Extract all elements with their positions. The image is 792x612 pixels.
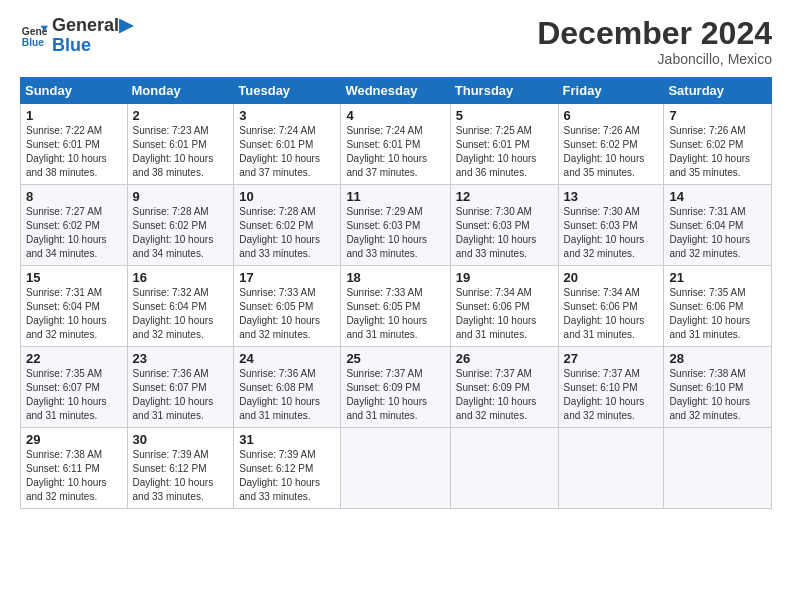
page-header: General Blue General▶ Blue December 2024…	[20, 16, 772, 67]
day-info: Sunrise: 7:22 AM Sunset: 6:01 PM Dayligh…	[26, 124, 122, 180]
sunrise-label: Sunrise: 7:31 AM	[26, 287, 102, 298]
daylight-label: Daylight: 10 hours and 32 minutes.	[564, 234, 645, 259]
sunrise-label: Sunrise: 7:33 AM	[239, 287, 315, 298]
sunset-label: Sunset: 6:01 PM	[239, 139, 313, 150]
sunset-label: Sunset: 6:06 PM	[564, 301, 638, 312]
logo-icon: General Blue	[20, 22, 48, 50]
daylight-label: Daylight: 10 hours and 38 minutes.	[26, 153, 107, 178]
day-info: Sunrise: 7:30 AM Sunset: 6:03 PM Dayligh…	[456, 205, 553, 261]
sunset-label: Sunset: 6:06 PM	[669, 301, 743, 312]
day-number: 1	[26, 108, 122, 123]
sunrise-label: Sunrise: 7:28 AM	[239, 206, 315, 217]
daylight-label: Daylight: 10 hours and 32 minutes.	[669, 396, 750, 421]
day-number: 27	[564, 351, 659, 366]
sunset-label: Sunset: 6:09 PM	[456, 382, 530, 393]
daylight-label: Daylight: 10 hours and 31 minutes.	[456, 315, 537, 340]
sunset-label: Sunset: 6:02 PM	[669, 139, 743, 150]
calendar-cell: 20 Sunrise: 7:34 AM Sunset: 6:06 PM Dayl…	[558, 266, 664, 347]
sunset-label: Sunset: 6:12 PM	[239, 463, 313, 474]
calendar-week-row: 15 Sunrise: 7:31 AM Sunset: 6:04 PM Dayl…	[21, 266, 772, 347]
daylight-label: Daylight: 10 hours and 37 minutes.	[346, 153, 427, 178]
calendar-week-row: 29 Sunrise: 7:38 AM Sunset: 6:11 PM Dayl…	[21, 428, 772, 509]
calendar-cell: 23 Sunrise: 7:36 AM Sunset: 6:07 PM Dayl…	[127, 347, 234, 428]
day-number: 23	[133, 351, 229, 366]
day-number: 31	[239, 432, 335, 447]
daylight-label: Daylight: 10 hours and 31 minutes.	[346, 315, 427, 340]
daylight-label: Daylight: 10 hours and 31 minutes.	[133, 396, 214, 421]
calendar-cell: 7 Sunrise: 7:26 AM Sunset: 6:02 PM Dayli…	[664, 104, 772, 185]
calendar-cell: 18 Sunrise: 7:33 AM Sunset: 6:05 PM Dayl…	[341, 266, 450, 347]
col-header-tuesday: Tuesday	[234, 78, 341, 104]
day-info: Sunrise: 7:30 AM Sunset: 6:03 PM Dayligh…	[564, 205, 659, 261]
daylight-label: Daylight: 10 hours and 31 minutes.	[239, 396, 320, 421]
daylight-label: Daylight: 10 hours and 34 minutes.	[133, 234, 214, 259]
day-number: 9	[133, 189, 229, 204]
day-info: Sunrise: 7:34 AM Sunset: 6:06 PM Dayligh…	[456, 286, 553, 342]
sunrise-label: Sunrise: 7:27 AM	[26, 206, 102, 217]
sunrise-label: Sunrise: 7:24 AM	[346, 125, 422, 136]
col-header-friday: Friday	[558, 78, 664, 104]
sunset-label: Sunset: 6:01 PM	[456, 139, 530, 150]
logo-text: General▶ Blue	[52, 16, 133, 56]
sunrise-label: Sunrise: 7:28 AM	[133, 206, 209, 217]
day-info: Sunrise: 7:33 AM Sunset: 6:05 PM Dayligh…	[346, 286, 444, 342]
sunset-label: Sunset: 6:02 PM	[564, 139, 638, 150]
day-info: Sunrise: 7:25 AM Sunset: 6:01 PM Dayligh…	[456, 124, 553, 180]
col-header-wednesday: Wednesday	[341, 78, 450, 104]
sunrise-label: Sunrise: 7:38 AM	[26, 449, 102, 460]
sunset-label: Sunset: 6:02 PM	[133, 220, 207, 231]
calendar-cell: 1 Sunrise: 7:22 AM Sunset: 6:01 PM Dayli…	[21, 104, 128, 185]
logo: General Blue General▶ Blue	[20, 16, 133, 56]
day-info: Sunrise: 7:27 AM Sunset: 6:02 PM Dayligh…	[26, 205, 122, 261]
day-number: 28	[669, 351, 766, 366]
day-info: Sunrise: 7:38 AM Sunset: 6:11 PM Dayligh…	[26, 448, 122, 504]
sunrise-label: Sunrise: 7:29 AM	[346, 206, 422, 217]
calendar-cell: 27 Sunrise: 7:37 AM Sunset: 6:10 PM Dayl…	[558, 347, 664, 428]
daylight-label: Daylight: 10 hours and 38 minutes.	[133, 153, 214, 178]
daylight-label: Daylight: 10 hours and 31 minutes.	[564, 315, 645, 340]
sunrise-label: Sunrise: 7:39 AM	[239, 449, 315, 460]
sunset-label: Sunset: 6:05 PM	[239, 301, 313, 312]
sunset-label: Sunset: 6:04 PM	[133, 301, 207, 312]
sunset-label: Sunset: 6:07 PM	[26, 382, 100, 393]
sunset-label: Sunset: 6:01 PM	[346, 139, 420, 150]
calendar-cell: 25 Sunrise: 7:37 AM Sunset: 6:09 PM Dayl…	[341, 347, 450, 428]
daylight-label: Daylight: 10 hours and 36 minutes.	[456, 153, 537, 178]
day-number: 4	[346, 108, 444, 123]
calendar-cell: 2 Sunrise: 7:23 AM Sunset: 6:01 PM Dayli…	[127, 104, 234, 185]
sunset-label: Sunset: 6:09 PM	[346, 382, 420, 393]
calendar-cell: 17 Sunrise: 7:33 AM Sunset: 6:05 PM Dayl…	[234, 266, 341, 347]
col-header-monday: Monday	[127, 78, 234, 104]
calendar-cell: 9 Sunrise: 7:28 AM Sunset: 6:02 PM Dayli…	[127, 185, 234, 266]
day-info: Sunrise: 7:39 AM Sunset: 6:12 PM Dayligh…	[133, 448, 229, 504]
calendar-cell: 12 Sunrise: 7:30 AM Sunset: 6:03 PM Dayl…	[450, 185, 558, 266]
daylight-label: Daylight: 10 hours and 33 minutes.	[346, 234, 427, 259]
calendar-cell: 3 Sunrise: 7:24 AM Sunset: 6:01 PM Dayli…	[234, 104, 341, 185]
day-number: 30	[133, 432, 229, 447]
sunset-label: Sunset: 6:08 PM	[239, 382, 313, 393]
calendar-cell: 11 Sunrise: 7:29 AM Sunset: 6:03 PM Dayl…	[341, 185, 450, 266]
day-number: 18	[346, 270, 444, 285]
calendar-cell: 29 Sunrise: 7:38 AM Sunset: 6:11 PM Dayl…	[21, 428, 128, 509]
col-header-sunday: Sunday	[21, 78, 128, 104]
sunrise-label: Sunrise: 7:35 AM	[26, 368, 102, 379]
calendar-cell	[341, 428, 450, 509]
day-number: 16	[133, 270, 229, 285]
sunset-label: Sunset: 6:05 PM	[346, 301, 420, 312]
sunrise-label: Sunrise: 7:36 AM	[133, 368, 209, 379]
day-number: 26	[456, 351, 553, 366]
sunrise-label: Sunrise: 7:26 AM	[669, 125, 745, 136]
sunrise-label: Sunrise: 7:32 AM	[133, 287, 209, 298]
calendar-cell	[450, 428, 558, 509]
day-number: 25	[346, 351, 444, 366]
calendar-week-row: 1 Sunrise: 7:22 AM Sunset: 6:01 PM Dayli…	[21, 104, 772, 185]
daylight-label: Daylight: 10 hours and 31 minutes.	[26, 396, 107, 421]
day-number: 13	[564, 189, 659, 204]
sunset-label: Sunset: 6:12 PM	[133, 463, 207, 474]
sunset-label: Sunset: 6:07 PM	[133, 382, 207, 393]
daylight-label: Daylight: 10 hours and 35 minutes.	[669, 153, 750, 178]
col-header-saturday: Saturday	[664, 78, 772, 104]
day-number: 21	[669, 270, 766, 285]
day-info: Sunrise: 7:24 AM Sunset: 6:01 PM Dayligh…	[239, 124, 335, 180]
day-info: Sunrise: 7:39 AM Sunset: 6:12 PM Dayligh…	[239, 448, 335, 504]
